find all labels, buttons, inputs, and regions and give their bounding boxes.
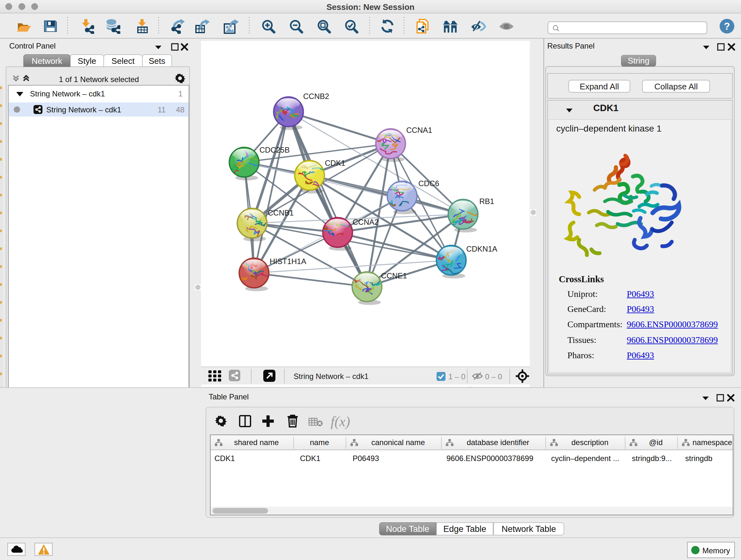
svg-text:RB1: RB1 [479,197,494,206]
svg-text:CCNB1: CCNB1 [268,208,293,217]
svg-text:CDC25B: CDC25B [259,145,290,154]
svg-text:HIST1H1A: HIST1H1A [270,257,307,266]
svg-text:CDKN1A: CDKN1A [466,245,497,253]
svg-text:?: ? [724,21,730,32]
svg-text:CCNE1: CCNE1 [381,271,407,280]
svg-text:CCNA2: CCNA2 [353,218,379,226]
svg-text:CDK1: CDK1 [325,159,345,167]
svg-text:CCNB2: CCNB2 [303,92,329,101]
svg-text:CCNA1: CCNA1 [406,126,432,134]
svg-text:CDC6: CDC6 [418,179,439,188]
